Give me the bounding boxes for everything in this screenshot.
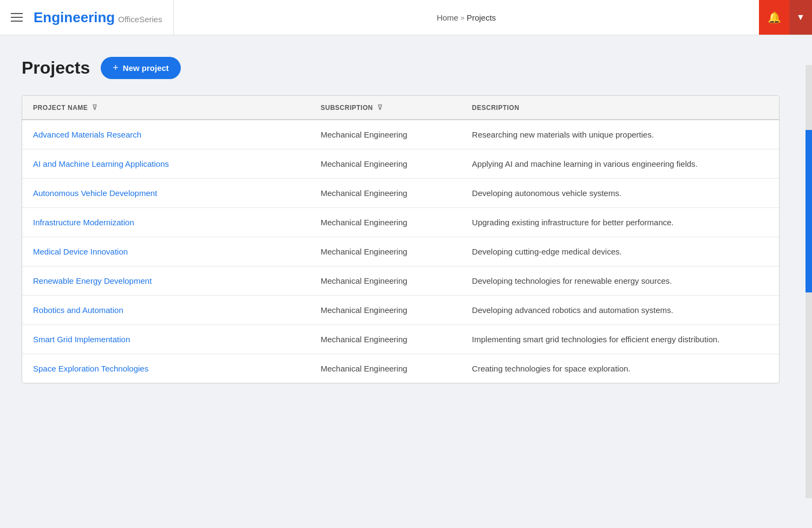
- breadcrumb-nav: Home » Projects: [174, 13, 759, 22]
- description-cell: Implementing smart grid technologies for…: [461, 325, 779, 354]
- table-row: Infrastructure ModernizationMechanical E…: [22, 208, 779, 237]
- col-label-subscription: SUBSCRIPTION: [320, 104, 373, 112]
- projects-table-container: PROJECT NAME ⊽ SUBSCRIPTION ⊽ DESCRIPTIO…: [22, 95, 780, 383]
- project-name-cell: Infrastructure Modernization: [22, 208, 310, 237]
- chevron-down-icon: ▼: [796, 12, 805, 22]
- project-name-cell: Renewable Energy Development: [22, 266, 310, 296]
- hamburger-line-3: [11, 21, 23, 22]
- filter-icon-subscription[interactable]: ⊽: [377, 103, 383, 112]
- app-title-engineering: Engineering: [34, 9, 115, 26]
- col-label-project-name: PROJECT NAME: [33, 104, 88, 112]
- table-header-row: PROJECT NAME ⊽ SUBSCRIPTION ⊽ DESCRIPTIO…: [22, 96, 779, 120]
- table-body: Advanced Materials ResearchMechanical En…: [22, 120, 779, 383]
- project-name-link[interactable]: Autonomous Vehicle Development: [33, 188, 157, 198]
- new-project-label: New project: [123, 63, 169, 73]
- subscription-cell: Mechanical Engineering: [310, 296, 461, 325]
- project-name-cell: AI and Machine Learning Applications: [22, 149, 310, 179]
- subscription-cell: Mechanical Engineering: [310, 266, 461, 296]
- subscription-cell: Mechanical Engineering: [310, 325, 461, 354]
- col-label-description: DESCRIPTION: [472, 104, 520, 112]
- app-title-officeseries: OfficeSeries: [118, 15, 162, 24]
- subscription-cell: Mechanical Engineering: [310, 237, 461, 266]
- description-cell: Upgrading existing infrastructure for be…: [461, 208, 779, 237]
- project-name-link[interactable]: Smart Grid Implementation: [33, 335, 130, 344]
- table-row: Renewable Energy DevelopmentMechanical E…: [22, 266, 779, 296]
- table-row: Advanced Materials ResearchMechanical En…: [22, 120, 779, 149]
- subscription-cell: Mechanical Engineering: [310, 354, 461, 383]
- project-name-cell: Advanced Materials Research: [22, 120, 310, 149]
- project-name-link[interactable]: Infrastructure Modernization: [33, 218, 134, 227]
- bell-icon: 🔔: [768, 11, 781, 24]
- hamburger-menu-button[interactable]: [9, 11, 25, 24]
- subscription-cell: Mechanical Engineering: [310, 179, 461, 208]
- nav-home-link[interactable]: Home: [437, 13, 459, 22]
- nav-current-page: Projects: [467, 13, 496, 22]
- projects-table: PROJECT NAME ⊽ SUBSCRIPTION ⊽ DESCRIPTIO…: [22, 96, 779, 383]
- project-name-link[interactable]: Advanced Materials Research: [33, 130, 141, 139]
- table-row: Medical Device InnovationMechanical Engi…: [22, 237, 779, 266]
- description-cell: Applying AI and machine learning in vari…: [461, 149, 779, 179]
- description-cell: Developing autonomous vehicle systems.: [461, 179, 779, 208]
- table-row: Smart Grid ImplementationMechanical Engi…: [22, 325, 779, 354]
- description-cell: Creating technologies for space explorat…: [461, 354, 779, 383]
- project-name-link[interactable]: Medical Device Innovation: [33, 247, 128, 256]
- filter-icon-project-name[interactable]: ⊽: [92, 103, 98, 112]
- subscription-cell: Mechanical Engineering: [310, 149, 461, 179]
- plus-icon: +: [113, 62, 119, 74]
- table-row: Space Exploration TechnologiesMechanical…: [22, 354, 779, 383]
- table-row: Autonomous Vehicle DevelopmentMechanical…: [22, 179, 779, 208]
- description-cell: Researching new materials with unique pr…: [461, 120, 779, 149]
- app-header: Engineering OfficeSeries Home » Projects…: [0, 0, 812, 35]
- page-header: Projects + New project: [22, 57, 790, 79]
- project-name-cell: Robotics and Automation: [22, 296, 310, 325]
- hamburger-line-1: [11, 13, 23, 14]
- user-dropdown-button[interactable]: ▼: [789, 0, 812, 35]
- project-name-link[interactable]: Space Exploration Technologies: [33, 364, 148, 373]
- project-name-cell: Smart Grid Implementation: [22, 325, 310, 354]
- description-cell: Developing cutting-edge medical devices.: [461, 237, 779, 266]
- table-row: Robotics and AutomationMechanical Engine…: [22, 296, 779, 325]
- app-title: Engineering OfficeSeries: [34, 9, 162, 26]
- project-name-cell: Autonomous Vehicle Development: [22, 179, 310, 208]
- description-cell: Developing technologies for renewable en…: [461, 266, 779, 296]
- subscription-cell: Mechanical Engineering: [310, 208, 461, 237]
- table-header: PROJECT NAME ⊽ SUBSCRIPTION ⊽ DESCRIPTIO…: [22, 96, 779, 120]
- notifications-bell-button[interactable]: 🔔: [759, 0, 789, 35]
- new-project-button[interactable]: + New project: [101, 57, 181, 79]
- main-content: Projects + New project PROJECT NAME ⊽: [0, 35, 812, 405]
- header-right-actions: 🔔 ▼: [759, 0, 812, 35]
- col-header-description: DESCRIPTION: [461, 96, 779, 120]
- subscription-cell: Mechanical Engineering: [310, 120, 461, 149]
- hamburger-line-2: [11, 17, 23, 18]
- project-name-cell: Space Exploration Technologies: [22, 354, 310, 383]
- header-left: Engineering OfficeSeries: [0, 0, 174, 35]
- nav-separator: »: [461, 14, 464, 22]
- description-cell: Developing advanced robotics and automat…: [461, 296, 779, 325]
- table-row: AI and Machine Learning ApplicationsMech…: [22, 149, 779, 179]
- project-name-link[interactable]: Robotics and Automation: [33, 305, 123, 315]
- project-name-cell: Medical Device Innovation: [22, 237, 310, 266]
- project-name-link[interactable]: AI and Machine Learning Applications: [33, 159, 169, 168]
- col-header-subscription: SUBSCRIPTION ⊽: [310, 96, 461, 120]
- col-header-project-name: PROJECT NAME ⊽: [22, 96, 310, 120]
- page-title: Projects: [22, 58, 90, 78]
- project-name-link[interactable]: Renewable Energy Development: [33, 276, 152, 285]
